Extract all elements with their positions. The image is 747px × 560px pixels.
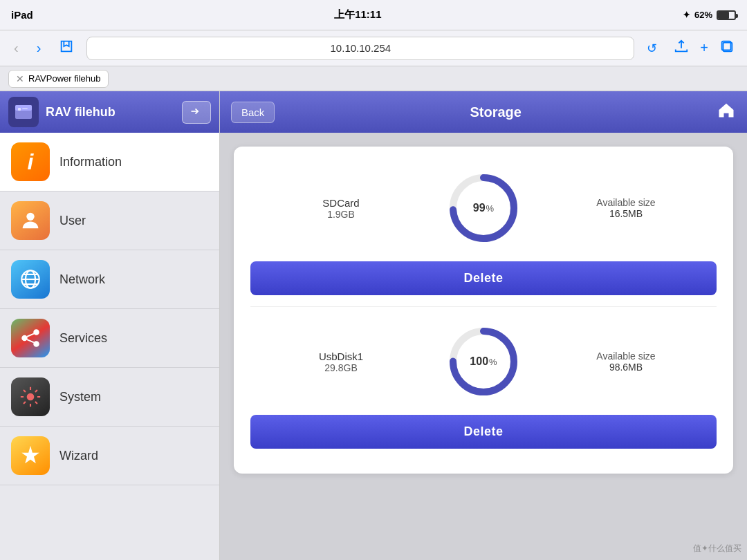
- content-title: Storage: [470, 104, 521, 120]
- sdcard-row: SDCard 1.9GB 99 %: [250, 160, 717, 256]
- content-area: Back Storage SDCard 1.9GB: [220, 91, 747, 560]
- url-text: 10.10.10.254: [331, 42, 391, 54]
- sdcard-avail-label: Available size: [535, 197, 717, 208]
- battery-label: 62%: [694, 10, 712, 20]
- sdcard-name: SDCard: [250, 197, 432, 209]
- storage-card: SDCard 1.9GB 99 %: [234, 147, 733, 474]
- sidebar: RAV filehub i Information User: [0, 91, 220, 560]
- watermark: 值✦什么值买: [693, 543, 741, 554]
- svg-line-17: [27, 339, 34, 342]
- sdcard-avail-size: 16.5MB: [535, 208, 717, 219]
- sdcard-delete-button[interactable]: Delete: [250, 261, 717, 295]
- address-bar[interactable]: 10.10.10.254: [86, 37, 634, 60]
- back-button[interactable]: Back: [231, 102, 275, 123]
- svg-rect-4: [18, 108, 21, 111]
- svg-rect-5: [22, 108, 28, 109]
- sidebar-label-wizard: Wizard: [59, 449, 98, 463]
- network-icon: [11, 260, 50, 299]
- svg-point-18: [28, 394, 34, 400]
- back-nav-button[interactable]: ‹: [8, 37, 24, 59]
- sidebar-logo: [8, 97, 39, 127]
- browser-actions: +: [670, 36, 739, 60]
- sidebar-label-information: Information: [59, 155, 122, 169]
- system-icon: [11, 377, 50, 416]
- sidebar-header: RAV filehub: [0, 91, 219, 133]
- reload-button[interactable]: ↺: [641, 38, 663, 59]
- sidebar-item-wizard[interactable]: Wizard: [0, 427, 219, 485]
- sdcard-donut: 99 %: [445, 170, 522, 246]
- tabs-button[interactable]: [715, 36, 739, 60]
- usbdisk-info: UsbDisk1 29.8GB: [250, 351, 432, 373]
- svg-rect-6: [192, 111, 199, 112]
- user-icon: [11, 201, 50, 240]
- status-time: 上午11:11: [334, 8, 381, 21]
- usbdisk-percent: 100: [470, 355, 488, 368]
- status-left: iPad: [11, 9, 33, 21]
- usbdisk-section: UsbDisk1 29.8GB 100 %: [250, 306, 717, 460]
- sidebar-label-user: User: [59, 214, 86, 228]
- status-right: ✦ 62%: [683, 10, 736, 20]
- usbdisk-size: 29.8GB: [250, 362, 432, 373]
- content-body: SDCard 1.9GB 99 %: [220, 133, 747, 560]
- watermark-text: 值✦什么值买: [693, 543, 741, 553]
- sdcard-section: SDCard 1.9GB 99 %: [250, 160, 717, 306]
- sdcard-percent: 99: [473, 202, 486, 214]
- wizard-icon: [11, 436, 50, 475]
- forward-nav-button[interactable]: ›: [31, 37, 47, 59]
- sidebar-item-network[interactable]: Network: [0, 250, 219, 309]
- share-button[interactable]: [670, 36, 693, 60]
- sidebar-label-services: Services: [59, 331, 107, 346]
- bluetooth-icon: ✦: [683, 10, 690, 20]
- browser-bar: ‹ › 10.10.10.254 ↺ +: [0, 30, 747, 66]
- usbdisk-available: Available size 98.6MB: [535, 351, 717, 373]
- sdcard-info: SDCard 1.9GB: [250, 197, 432, 220]
- sdcard-available: Available size 16.5MB: [535, 197, 717, 219]
- usbdisk-name: UsbDisk1: [250, 351, 432, 362]
- sidebar-item-services[interactable]: Services: [0, 309, 219, 368]
- sidebar-label-system: System: [59, 390, 101, 404]
- svg-point-14: [33, 329, 39, 335]
- usbdisk-avail-label: Available size: [535, 351, 717, 362]
- svg-point-7: [26, 213, 34, 221]
- svg-point-13: [21, 335, 28, 342]
- usbdisk-delete-button[interactable]: Delete: [250, 415, 717, 449]
- svg-line-16: [27, 334, 34, 337]
- battery-icon: [717, 10, 736, 20]
- sdcard-delete-row: Delete: [250, 256, 717, 306]
- sidebar-login-button[interactable]: [182, 101, 211, 124]
- usbdisk-delete-row: Delete: [250, 409, 717, 460]
- tab-close-icon[interactable]: ✕: [16, 73, 24, 84]
- usbdisk-row: UsbDisk1 29.8GB 100 %: [250, 314, 717, 409]
- information-icon: i: [11, 142, 50, 181]
- sidebar-item-system[interactable]: System: [0, 368, 219, 427]
- main-layout: RAV filehub i Information User: [0, 91, 747, 560]
- services-icon: [11, 319, 50, 357]
- usbdisk-donut: 100 %: [445, 324, 522, 400]
- active-tab[interactable]: ✕ RAVPower filehub: [8, 70, 109, 88]
- usbdisk-avail-size: 98.6MB: [535, 362, 717, 373]
- sidebar-item-user[interactable]: User: [0, 192, 219, 250]
- home-button[interactable]: [717, 100, 736, 124]
- tab-label: RAVPower filehub: [28, 73, 101, 84]
- sdcard-size: 1.9GB: [250, 209, 432, 220]
- bookmarks-button[interactable]: [53, 36, 80, 60]
- battery-fill: [718, 12, 729, 19]
- svg-point-15: [33, 341, 39, 347]
- new-tab-button[interactable]: +: [696, 37, 712, 59]
- status-bar: iPad 上午11:11 ✦ 62%: [0, 0, 747, 30]
- sidebar-item-information[interactable]: i Information: [0, 133, 219, 192]
- sidebar-title: RAV filehub: [46, 105, 175, 120]
- sidebar-label-network: Network: [59, 272, 105, 287]
- content-header: Back Storage: [220, 91, 747, 133]
- tab-bar: ✕ RAVPower filehub: [0, 66, 747, 91]
- carrier-label: iPad: [11, 9, 33, 21]
